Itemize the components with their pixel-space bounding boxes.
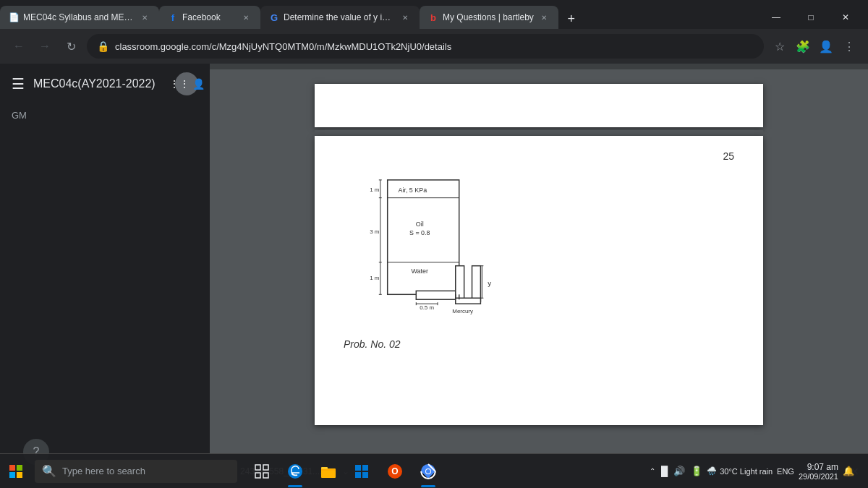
reload-button[interactable]: ↻	[61, 36, 81, 56]
svg-rect-29	[263, 473, 268, 478]
store-button[interactable]	[346, 454, 378, 489]
date: 29/09/2021	[799, 472, 838, 481]
dim2-label: 3 m	[370, 228, 380, 235]
tab-favicon-1: 📄	[9, 12, 19, 22]
tab-favicon-2: f	[168, 12, 178, 22]
avatar-profile[interactable]: 👤	[192, 78, 205, 90]
pdf-top-strip	[210, 64, 868, 69]
language-indicator[interactable]: ENG	[777, 467, 794, 476]
tab-close-3[interactable]: ✕	[399, 12, 411, 23]
task-view-button[interactable]	[246, 454, 278, 489]
maximize-button[interactable]: □	[794, 6, 827, 29]
tab-mec04c[interactable]: 📄 MEC04c Syllabus and MEC04c L... ✕	[0, 6, 159, 29]
mercury-label: Mercury	[452, 308, 473, 314]
lock-icon: 🔒	[97, 40, 109, 52]
tab-title-4: My Questions | bartleby	[443, 12, 534, 22]
svg-rect-26	[255, 465, 260, 470]
forward-button[interactable]: →	[35, 36, 55, 56]
chrome-button[interactable]	[412, 454, 444, 489]
store-icon	[354, 464, 369, 479]
svg-rect-25	[17, 472, 22, 478]
dim1-label: 1 m	[370, 187, 380, 193]
svg-rect-24	[9, 472, 15, 478]
minimize-button[interactable]: —	[760, 6, 793, 29]
start-button[interactable]	[0, 454, 32, 489]
time-date[interactable]: 9:07 am 29/09/2021	[799, 462, 838, 481]
tab-bartleby[interactable]: b My Questions | bartleby ✕	[420, 6, 558, 29]
problem-label: Prob. No. 02	[344, 338, 734, 350]
hamburger-icon[interactable]: ☰	[12, 75, 25, 93]
sidebar: ☰ MEC04c(AY2021-2022) ⋮⋮ 👤 GM ?	[0, 64, 210, 488]
tab-close-1[interactable]: ✕	[139, 12, 150, 23]
back-button[interactable]: ←	[9, 36, 29, 56]
extensions-icon[interactable]: 🧩	[793, 36, 813, 56]
profile-icon[interactable]: 👤	[816, 36, 836, 56]
svg-rect-14	[456, 266, 464, 302]
svg-rect-0	[388, 180, 459, 294]
tab-facebook[interactable]: f Facebook ✕	[159, 6, 260, 29]
tab-favicon-4: b	[428, 12, 438, 22]
windows-icon	[9, 465, 22, 478]
svg-rect-23	[17, 465, 22, 471]
new-tab-button[interactable]: +	[561, 9, 582, 29]
close-button[interactable]: ✕	[829, 6, 862, 29]
pdf-page-top	[315, 84, 763, 127]
bookmark-icon[interactable]: ☆	[770, 36, 790, 56]
url-text: classroom.google.com/c/Mzg4NjUyNTQ0MTM0/…	[115, 41, 754, 52]
notification-icon[interactable]: 🔔	[843, 466, 854, 476]
svg-rect-10	[416, 291, 459, 299]
url-bar[interactable]: 🔒 classroom.google.com/c/Mzg4NjUyNTQ0MTM…	[87, 34, 764, 59]
menu-icon[interactable]: ⋮	[839, 36, 859, 56]
file-explorer-icon	[320, 464, 336, 479]
svg-rect-22	[9, 465, 15, 471]
battery-icon[interactable]: 🔋	[691, 466, 702, 476]
tab-close-2[interactable]: ✕	[240, 12, 252, 23]
pdf-content[interactable]: 25 Air, 5 KPa	[210, 69, 868, 453]
pdf-page: 25 Air, 5 KPa	[315, 136, 763, 425]
office-icon: O	[387, 463, 403, 479]
svg-rect-35	[355, 472, 361, 478]
svg-rect-32	[321, 467, 328, 469]
main-content: ☰ MEC04c(AY2021-2022) ⋮⋮ 👤 GM ?	[0, 64, 868, 488]
taskbar-apps: O	[246, 454, 444, 489]
svg-point-41	[426, 469, 430, 474]
tab-title-1: MEC04c Syllabus and MEC04c L...	[23, 12, 135, 22]
dim-bottom-label: 0.5 m	[420, 304, 434, 311]
tab-favicon-3: G	[269, 12, 279, 22]
weather-text: 30°C Light rain	[720, 467, 773, 476]
y-label: y	[488, 279, 491, 287]
dim3-label: 1 m	[370, 275, 380, 282]
edge-icon	[287, 463, 303, 479]
search-bar[interactable]: 🔍	[35, 460, 237, 483]
toolbar-icons: ☆ 🧩 👤 ⋮	[770, 36, 859, 56]
sys-tray: ⌃ █ 🔊 🔋	[650, 466, 702, 476]
svg-rect-33	[355, 465, 361, 471]
diagram-container: Air, 5 KPa Oil S = 0.8 Water 1 m	[365, 172, 734, 317]
search-icon: 🔍	[42, 464, 56, 478]
tray-arrow-icon[interactable]: ⌃	[650, 467, 655, 475]
svg-rect-36	[362, 472, 368, 478]
oil-s-label: S = 0.8	[409, 229, 430, 236]
sidebar-header: ☰ MEC04c(AY2021-2022) ⋮⋮ 👤	[0, 64, 210, 104]
file-explorer-button[interactable]	[312, 454, 344, 489]
weather-info: 🌧️ 30°C Light rain	[707, 466, 773, 476]
sidebar-class-info: GM	[0, 104, 210, 132]
chrome-icon	[420, 463, 436, 479]
avatar: ⋮⋮ 👤	[175, 72, 198, 95]
search-input[interactable]	[62, 466, 230, 476]
volume-icon[interactable]: 🔊	[673, 466, 685, 476]
office-button[interactable]: O	[379, 454, 411, 489]
pdf-separator	[315, 130, 763, 136]
tab-title-2: Facebook	[182, 12, 236, 22]
tab-determine[interactable]: G Determine the value of y in the r... ✕	[260, 6, 420, 29]
svg-text:O: O	[391, 466, 398, 476]
network-icon[interactable]: █	[661, 466, 668, 476]
tab-close-4[interactable]: ✕	[538, 12, 550, 23]
page-number: 25	[723, 150, 734, 162]
edge-browser-button[interactable]	[279, 454, 311, 489]
svg-rect-15	[472, 266, 481, 302]
avatar-grid-icon[interactable]: ⋮⋮	[169, 78, 190, 90]
oil-label: Oil	[416, 221, 424, 228]
address-bar: ← → ↻ 🔒 classroom.google.com/c/Mzg4NjUyN…	[0, 29, 868, 64]
tab-bar: 📄 MEC04c Syllabus and MEC04c L... ✕ f Fa…	[0, 0, 868, 29]
